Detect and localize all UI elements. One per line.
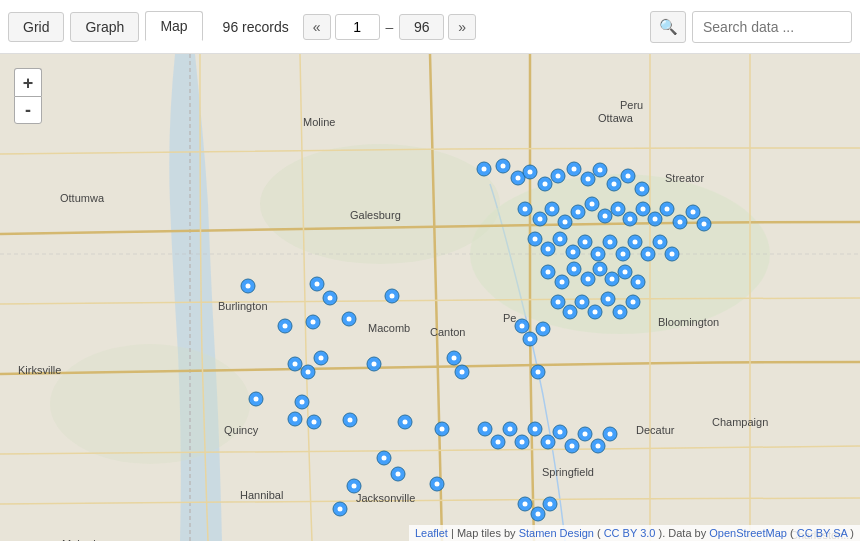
svg-point-111	[598, 267, 603, 272]
svg-point-197	[440, 427, 445, 432]
page-current-input[interactable]	[335, 14, 380, 40]
svg-point-163	[523, 502, 528, 507]
map-container: Ottumwa Kirksville Burlington Quincy Han…	[0, 54, 860, 541]
osm-link[interactable]: OpenStreetMap	[709, 527, 787, 539]
svg-point-59	[590, 202, 595, 207]
svg-point-93	[621, 252, 626, 257]
svg-point-81	[546, 247, 551, 252]
svg-point-179	[311, 320, 316, 325]
svg-point-119	[556, 300, 561, 305]
svg-point-73	[678, 220, 683, 225]
svg-point-141	[483, 427, 488, 432]
svg-point-69	[653, 217, 658, 222]
svg-point-87	[583, 240, 588, 245]
svg-point-171	[315, 282, 320, 287]
svg-point-149	[533, 427, 538, 432]
tab-map[interactable]: Map	[145, 11, 202, 42]
search-icon: 🔍	[659, 18, 678, 36]
search-button[interactable]: 🔍	[650, 11, 686, 43]
svg-point-135	[528, 337, 533, 342]
svg-point-49	[523, 207, 528, 212]
map-attribution: Leaflet | Map tiles by Stamen Design ( C…	[409, 525, 860, 541]
svg-point-109	[586, 277, 591, 282]
svg-point-161	[608, 432, 613, 437]
svg-point-57	[576, 210, 581, 215]
svg-point-43	[612, 182, 617, 187]
svg-point-51	[538, 217, 543, 222]
svg-point-137	[541, 327, 546, 332]
svg-point-115	[623, 270, 628, 275]
svg-point-195	[403, 420, 408, 425]
leaflet-link[interactable]: Leaflet	[415, 527, 448, 539]
svg-point-139	[536, 370, 541, 375]
stamen-cc-link[interactable]: CC BY 3.0	[604, 527, 656, 539]
svg-point-143	[496, 440, 501, 445]
svg-point-145	[508, 427, 513, 432]
svg-point-65	[628, 217, 633, 222]
svg-point-47	[640, 187, 645, 192]
svg-point-85	[571, 250, 576, 255]
svg-point-79	[533, 237, 538, 242]
svg-point-129	[618, 310, 623, 315]
svg-point-113	[610, 277, 615, 282]
osm-cc-link[interactable]: CC BY SA	[797, 527, 848, 539]
svg-point-29	[516, 176, 521, 181]
svg-point-185	[293, 362, 298, 367]
next-page-button[interactable]: »	[448, 14, 476, 40]
stamen-cc-text: (	[597, 527, 601, 539]
svg-point-181	[319, 356, 324, 361]
svg-point-127	[606, 297, 611, 302]
svg-point-177	[390, 294, 395, 299]
svg-point-27	[501, 164, 506, 169]
svg-point-91	[608, 240, 613, 245]
svg-point-125	[593, 310, 598, 315]
toolbar: Grid Graph Map 96 records « – » 🔍	[0, 0, 860, 54]
records-count: 96 records	[223, 19, 289, 35]
svg-point-103	[546, 270, 551, 275]
svg-point-211	[396, 472, 401, 477]
svg-point-39	[586, 177, 591, 182]
stamen-link[interactable]: Stamen Design	[519, 527, 594, 539]
svg-point-77	[702, 222, 707, 227]
osm-cc-open: (	[790, 527, 794, 539]
svg-point-155	[570, 444, 575, 449]
zoom-controls: + -	[14, 68, 42, 124]
svg-point-67	[641, 207, 646, 212]
svg-point-201	[452, 356, 457, 361]
zoom-in-button[interactable]: +	[14, 68, 42, 96]
svg-point-157	[583, 432, 588, 437]
svg-point-95	[633, 240, 638, 245]
page-total-input	[399, 14, 444, 40]
svg-point-203	[372, 362, 377, 367]
svg-point-187	[300, 400, 305, 405]
svg-point-105	[560, 280, 565, 285]
svg-point-3	[50, 344, 250, 464]
svg-point-71	[665, 207, 670, 212]
svg-point-1	[260, 144, 500, 264]
svg-point-209	[382, 456, 387, 461]
svg-point-199	[460, 370, 465, 375]
svg-point-63	[616, 207, 621, 212]
svg-point-45	[626, 174, 631, 179]
zoom-out-button[interactable]: -	[14, 96, 42, 124]
svg-point-41	[598, 168, 603, 173]
svg-point-173	[328, 296, 333, 301]
svg-point-159	[596, 444, 601, 449]
svg-point-183	[306, 370, 311, 375]
svg-point-31	[528, 170, 533, 175]
tab-grid[interactable]: Grid	[8, 12, 64, 42]
svg-point-169	[246, 284, 251, 289]
svg-point-207	[347, 317, 352, 322]
svg-point-53	[550, 207, 555, 212]
search-input[interactable]	[692, 11, 852, 43]
svg-point-101	[670, 252, 675, 257]
tab-graph[interactable]: Graph	[70, 12, 139, 42]
svg-point-83	[558, 237, 563, 242]
svg-point-147	[520, 440, 525, 445]
svg-point-37	[572, 167, 577, 172]
svg-point-151	[546, 440, 551, 445]
svg-point-89	[596, 252, 601, 257]
svg-point-25	[482, 167, 487, 172]
svg-point-167	[548, 502, 553, 507]
prev-page-button[interactable]: «	[303, 14, 331, 40]
